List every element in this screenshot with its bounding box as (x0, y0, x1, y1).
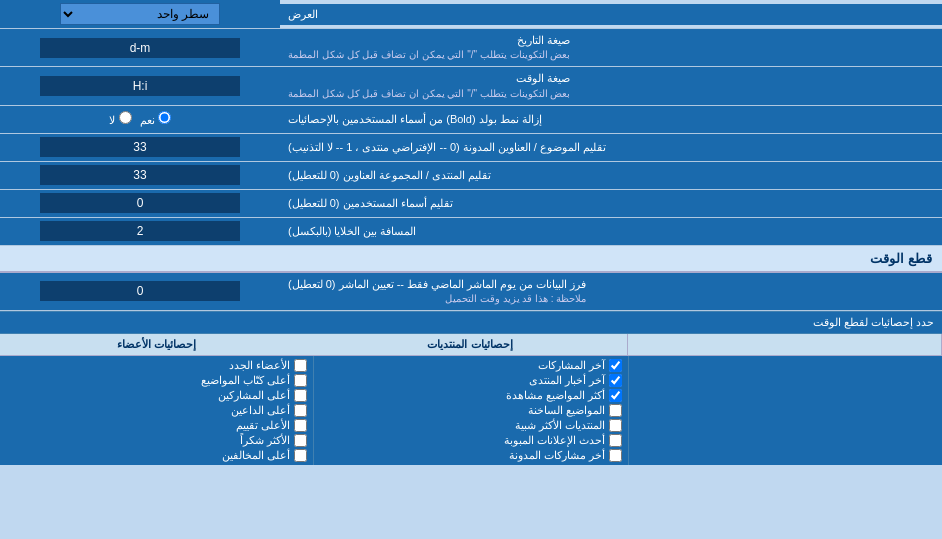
col3-header: إحصائيات الأعضاء (0, 334, 313, 355)
list-item: أحدث الإعلانات المبوبة (320, 434, 621, 447)
list-item: أعلى كتّاب المواضيع (6, 374, 307, 387)
check-top-rated[interactable] (294, 419, 307, 432)
list-item: المنتديات الأكثر شبية (320, 419, 621, 432)
check-hot-topics[interactable] (609, 404, 622, 417)
remove-bold-radio-wrap: نعم لا (0, 106, 280, 133)
time-filter-label: فرز البيانات من يوم الماشر الماضي فقط --… (280, 273, 942, 310)
list-item: الأعضاء الجدد (6, 359, 307, 372)
display-select[interactable]: سطر واحد سطرين ثلاثة أسطر (60, 3, 220, 25)
usernames-label: تقليم أسماء المستخدمين (0 للتعطيل) (280, 190, 942, 217)
time-format-row: صيغة الوقت بعض التكوينات يتطلب "/" التي … (0, 67, 942, 105)
radio-yes-label: نعم (140, 111, 171, 127)
list-item: أكثر المواضيع مشاهدة (320, 389, 621, 402)
usernames-input-wrap (0, 190, 280, 217)
radio-yes[interactable] (158, 111, 171, 124)
list-item: الأعلى تقييم (6, 419, 307, 432)
list-item: أعلى الداعين (6, 404, 307, 417)
main-container: العرض سطر واحد سطرين ثلاثة أسطر صيغة الت… (0, 0, 942, 465)
time-format-input-wrap (0, 67, 280, 104)
cell-distance-input[interactable] (40, 221, 240, 241)
time-filter-input-wrap (0, 273, 280, 310)
forum-addr-input[interactable] (40, 165, 240, 185)
usernames-row: تقليم أسماء المستخدمين (0 للتعطيل) (0, 190, 942, 218)
check-top-participants[interactable] (294, 389, 307, 402)
display-label: العرض (280, 4, 942, 25)
subject-addr-input-wrap (0, 134, 280, 161)
checkbox-col-forums: آخر المشاركات آخر أخبار المنتدى أكثر الم… (314, 356, 628, 465)
check-new-members[interactable] (294, 359, 307, 372)
date-format-row: صيغة التاريخ بعض التكوينات يتطلب "/" الت… (0, 29, 942, 67)
remove-bold-row: إزالة نمط بولد (Bold) من أسماء المستخدمي… (0, 106, 942, 134)
forum-addr-input-wrap (0, 162, 280, 189)
radio-no-label: لا (109, 111, 131, 127)
check-most-like[interactable] (609, 419, 622, 432)
display-row: العرض سطر واحد سطرين ثلاثة أسطر (0, 0, 942, 29)
date-format-input-wrap (0, 29, 280, 66)
check-label: المواضيع الساخنة (528, 404, 605, 417)
list-item: المواضيع الساخنة (320, 404, 621, 417)
date-format-input[interactable] (40, 38, 240, 58)
radio-no[interactable] (119, 111, 132, 124)
check-classifieds[interactable] (609, 434, 622, 447)
limit-row: حدد إحصائيات لقطع الوقت (0, 312, 942, 334)
date-format-label: صيغة التاريخ بعض التكوينات يتطلب "/" الت… (280, 29, 942, 66)
list-item: الأكثر شكراً (6, 434, 307, 447)
check-label: آخر المشاركات (538, 359, 605, 372)
list-item: آخر المشاركات (320, 359, 621, 372)
time-section-header: قطع الوقت (0, 246, 942, 273)
time-format-label: صيغة الوقت بعض التكوينات يتطلب "/" التي … (280, 67, 942, 104)
check-label: الأكثر شكراً (240, 434, 290, 447)
check-label: أكثر المواضيع مشاهدة (506, 389, 605, 402)
check-last-posts[interactable] (609, 359, 622, 372)
check-most-viewed[interactable] (609, 389, 622, 402)
list-item: آخر أخبار المنتدى (320, 374, 621, 387)
check-label: الأعلى تقييم (236, 419, 290, 432)
forum-addr-row: تقليم المنتدى / المجموعة العناوين (0 للت… (0, 162, 942, 190)
check-top-inviters[interactable] (294, 404, 307, 417)
subject-addr-input[interactable] (40, 137, 240, 157)
subject-addr-label: تقليم الموضوع / العناوين المدونة (0 -- ا… (280, 134, 942, 161)
check-top-violators[interactable] (294, 449, 307, 462)
check-label: أعلى الداعين (231, 404, 290, 417)
check-label: أعلى المخالفين (222, 449, 290, 462)
check-label: أعلى كتّاب المواضيع (201, 374, 290, 387)
time-filter-input[interactable] (40, 281, 240, 301)
remove-bold-radio-group: نعم لا (109, 111, 170, 127)
check-blog-posts[interactable] (609, 449, 622, 462)
check-label: أحدث الإعلانات المبوبة (504, 434, 605, 447)
check-label: أخر مشاركات المدونة (509, 449, 605, 462)
list-item: أخر مشاركات المدونة (320, 449, 621, 462)
subject-addr-row: تقليم الموضوع / العناوين المدونة (0 -- ا… (0, 134, 942, 162)
checkbox-col-members: الأعضاء الجدد أعلى كتّاب المواضيع أعلى ا… (0, 356, 314, 465)
list-item: أعلى المخالفين (6, 449, 307, 462)
list-item: أعلى المشاركين (6, 389, 307, 402)
time-format-input[interactable] (40, 76, 240, 96)
check-top-writers[interactable] (294, 374, 307, 387)
time-filter-row: فرز البيانات من يوم الماشر الماضي فقط --… (0, 273, 942, 311)
checkboxes-area: آخر المشاركات آخر أخبار المنتدى أكثر الم… (0, 356, 942, 465)
check-most-thanks[interactable] (294, 434, 307, 447)
cell-distance-row: المسافة بين الخلايا (بالبكسل) (0, 218, 942, 246)
check-label: المنتديات الأكثر شبية (515, 419, 605, 432)
forum-addr-label: تقليم المنتدى / المجموعة العناوين (0 للت… (280, 162, 942, 189)
checkbox-col-empty (629, 356, 942, 465)
cell-distance-input-wrap (0, 218, 280, 245)
check-label: أعلى المشاركين (218, 389, 290, 402)
check-label: الأعضاء الجدد (229, 359, 290, 372)
checkboxes-container: حدد إحصائيات لقطع الوقت إحصائيات المنتدي… (0, 311, 942, 465)
check-label: آخر أخبار المنتدى (529, 374, 605, 387)
col2-header: إحصائيات المنتديات (313, 334, 627, 355)
display-select-wrapper: سطر واحد سطرين ثلاثة أسطر (0, 0, 280, 28)
limit-label: حدد إحصائيات لقطع الوقت (8, 316, 934, 329)
usernames-input[interactable] (40, 193, 240, 213)
check-forum-news[interactable] (609, 374, 622, 387)
cell-distance-label: المسافة بين الخلايا (بالبكسل) (280, 218, 942, 245)
checkbox-headers: إحصائيات المنتديات إحصائيات الأعضاء (0, 334, 942, 356)
col1-header (628, 334, 942, 355)
remove-bold-label: إزالة نمط بولد (Bold) من أسماء المستخدمي… (280, 106, 942, 133)
